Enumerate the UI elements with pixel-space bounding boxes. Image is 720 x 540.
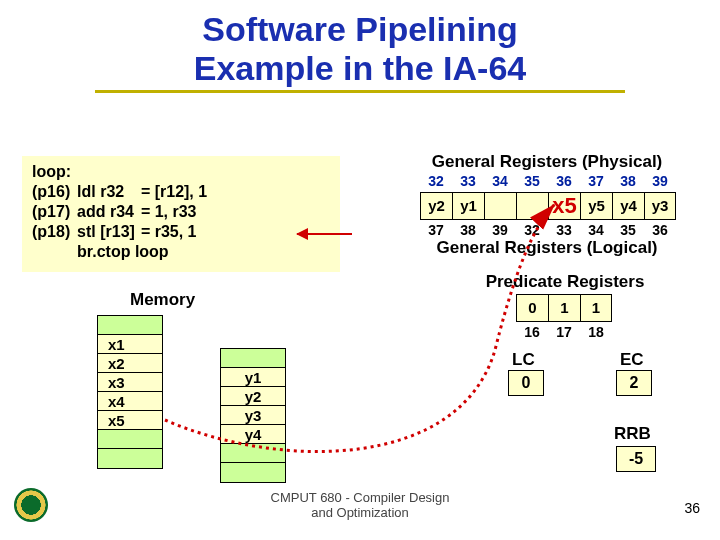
mem-blank [98, 316, 162, 335]
ec-val: 2 [616, 370, 652, 396]
lc-val: 0 [508, 370, 544, 396]
title-line-1: Software Pipelining [202, 10, 517, 48]
gr-4: x5 [548, 192, 580, 220]
gr-0: y2 [420, 192, 452, 220]
pr-2: 1 [580, 294, 612, 322]
log-39: 39 [484, 222, 516, 238]
gr-1: y1 [452, 192, 484, 220]
gr-5: y5 [580, 192, 612, 220]
mem-blank [221, 349, 285, 368]
phys-35: 35 [516, 173, 548, 189]
memory-y-stack: y1 y2 y3 y4 [220, 348, 286, 483]
slide-title: Software Pipelining Example in the IA-64 [0, 0, 720, 88]
gr-2 [484, 192, 516, 220]
memory-label: Memory [130, 290, 195, 310]
mem-blank [221, 463, 285, 482]
rrb-val: -5 [616, 446, 656, 472]
pred-cells: 0 1 1 [516, 294, 612, 322]
footer-line2: and Optimization [311, 505, 409, 520]
phys-38: 38 [612, 173, 644, 189]
mem-x5: x5 [98, 411, 162, 430]
mem-y1: y1 [221, 368, 285, 387]
log-36: 36 [644, 222, 676, 238]
pred-16: 16 [516, 324, 548, 340]
phys-37: 37 [580, 173, 612, 189]
rrb-label: RRB [614, 424, 651, 444]
red-arrow-code [297, 233, 352, 235]
log-33: 33 [548, 222, 580, 238]
university-logo [14, 488, 48, 522]
phys-num-row: 32 33 34 35 36 37 38 39 [420, 173, 676, 189]
code-l2c0: (p17) [32, 202, 77, 222]
mem-y2: y2 [221, 387, 285, 406]
phys-34: 34 [484, 173, 516, 189]
ec-label: EC [620, 350, 644, 370]
memory-x-stack: x1 x2 x3 x4 x5 [97, 315, 163, 469]
code-l3c2: = r35, 1 [141, 222, 213, 242]
title-underline [95, 90, 625, 93]
log-38: 38 [452, 222, 484, 238]
mem-blank [98, 430, 162, 449]
code-l3c1: stl [r13] [77, 222, 141, 242]
pred-num-row: 16 17 18 [516, 324, 612, 340]
mem-x3: x3 [98, 373, 162, 392]
mem-y4: y4 [221, 425, 285, 444]
code-l4c1: br.ctop loop [77, 242, 213, 262]
log-32: 32 [516, 222, 548, 238]
gr-7: y3 [644, 192, 676, 220]
phys-33: 33 [452, 173, 484, 189]
title-line-2: Example in the IA-64 [194, 49, 527, 87]
code-l2c2: = 1, r33 [141, 202, 213, 222]
code-l1c2: = [r12], 1 [141, 182, 213, 202]
code-l1c1: ldl r32 [77, 182, 141, 202]
code-table: loop: (p16) ldl r32 = [r12], 1 (p17) add… [32, 162, 213, 262]
footer-line1: CMPUT 680 - Compiler Design [271, 490, 450, 505]
genreg-phys-header: General Registers (Physical) [392, 152, 702, 172]
log-35: 35 [612, 222, 644, 238]
pr-1: 1 [548, 294, 580, 322]
gr-6: y4 [612, 192, 644, 220]
log-34: 34 [580, 222, 612, 238]
pred-18: 18 [580, 324, 612, 340]
code-l2c1: add r34 [77, 202, 141, 222]
code-block: loop: (p16) ldl r32 = [r12], 1 (p17) add… [22, 156, 340, 272]
pr-0: 0 [516, 294, 548, 322]
log-37: 37 [420, 222, 452, 238]
mem-blank [98, 449, 162, 468]
mem-x4: x4 [98, 392, 162, 411]
mem-y3: y3 [221, 406, 285, 425]
lc-label: LC [512, 350, 535, 370]
mem-x1: x1 [98, 335, 162, 354]
code-l3c0: (p18) [32, 222, 77, 242]
code-l1c0: (p16) [32, 182, 77, 202]
footer: CMPUT 680 - Compiler Design and Optimiza… [0, 490, 720, 520]
page-number: 36 [684, 500, 700, 516]
phys-32: 32 [420, 173, 452, 189]
gr-3 [516, 192, 548, 220]
genreg-log-header: General Registers (Logical) [392, 238, 702, 258]
mem-blank [221, 444, 285, 463]
phys-36: 36 [548, 173, 580, 189]
pred-header: Predicate Registers [455, 272, 675, 292]
pred-17: 17 [548, 324, 580, 340]
log-num-row: 37 38 39 32 33 34 35 36 [420, 222, 676, 238]
mem-x2: x2 [98, 354, 162, 373]
phys-39: 39 [644, 173, 676, 189]
genreg-cells: y2 y1 x5 y5 y4 y3 [420, 192, 676, 220]
code-l0c0: loop: [32, 162, 77, 182]
